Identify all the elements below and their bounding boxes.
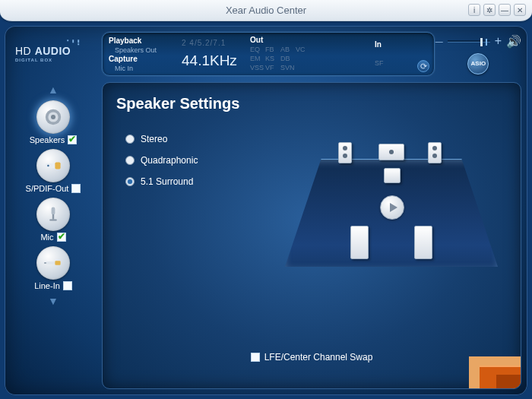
- capture-device: Mic In: [109, 65, 182, 72]
- radio-label: Quadraphonic: [141, 155, 198, 166]
- lfe-checkbox[interactable]: [251, 353, 260, 362]
- in-label: In: [375, 40, 405, 49]
- device-sidebar: ▲ Speakers S/PDIF-Out Mic: [11, 82, 96, 389]
- waves-icon: ⠁⠃⠇: [66, 40, 82, 47]
- linein-icon: [36, 246, 70, 280]
- status-bar: Playback Speakers Out Capture Mic In 2 4…: [102, 32, 521, 76]
- channels: 2 4/5.2/7.1: [182, 39, 250, 47]
- svg-rect-6: [52, 207, 55, 214]
- mic-checkbox[interactable]: [57, 233, 66, 242]
- window-title: Xear Audio Center: [226, 5, 306, 16]
- mic-icon: [36, 198, 70, 231]
- volume-max-icon: +: [495, 34, 502, 48]
- minimize-button[interactable]: —: [499, 4, 511, 16]
- in-fx-grid: SF: [375, 59, 405, 68]
- sidebar-item-label: Speakers: [30, 135, 65, 144]
- radio-label: Stereo: [141, 134, 167, 144]
- window-controls: i ✲ — ✕: [468, 4, 526, 16]
- speaker-front-right[interactable]: [428, 142, 442, 163]
- svg-rect-10: [55, 261, 60, 264]
- volume-min-icon: —: [435, 37, 443, 46]
- speaker-front-left[interactable]: [338, 142, 352, 163]
- svg-rect-7: [52, 214, 54, 220]
- sidebar-item-mic[interactable]: Mic: [36, 198, 70, 242]
- capture-label: Capture: [109, 55, 182, 63]
- svg-rect-8: [49, 220, 57, 221]
- linein-checkbox[interactable]: [63, 281, 72, 290]
- sidebar-item-spdif[interactable]: S/PDIF-Out: [26, 149, 81, 193]
- lfe-label: LFE/Center Channel Swap: [264, 352, 373, 363]
- playback-label: Playback: [109, 36, 182, 45]
- speaker-icon[interactable]: 🔊: [506, 34, 521, 49]
- speaker-sub[interactable]: [384, 168, 401, 183]
- speakers-icon: [36, 100, 70, 134]
- brand-logo: ⠁⠃⠇ HD AUDIO DIGITAL BOX: [11, 32, 96, 76]
- brand-corner-icon: [469, 356, 521, 388]
- app-chrome: ⠁⠃⠇ HD AUDIO DIGITAL BOX Playback Speake…: [5, 26, 527, 395]
- settings-button[interactable]: ✲: [483, 4, 496, 16]
- svg-point-5: [47, 165, 49, 166]
- sidebar-item-linein[interactable]: Line-In: [34, 246, 72, 290]
- speaker-center[interactable]: [378, 144, 404, 160]
- svg-rect-4: [55, 163, 60, 169]
- scroll-up-icon[interactable]: ▲: [48, 84, 59, 96]
- radio-label: 5.1 Surround: [141, 176, 193, 187]
- play-test-button[interactable]: [380, 195, 404, 220]
- scroll-down-icon[interactable]: ▼: [48, 295, 59, 307]
- radio-icon: [125, 177, 135, 186]
- volume-area: — + 🔊 ASIO: [442, 32, 521, 76]
- info-button[interactable]: i: [468, 4, 480, 16]
- volume-slider[interactable]: [448, 40, 490, 43]
- spdif-icon: [36, 149, 70, 182]
- spdif-checkbox[interactable]: [71, 184, 81, 193]
- speaker-diagram: [285, 128, 498, 280]
- sample-rate: 44.1KHz: [182, 52, 250, 69]
- svg-point-2: [51, 115, 55, 119]
- radio-icon: [125, 156, 135, 165]
- speaker-rear-left[interactable]: [350, 226, 369, 259]
- sidebar-item-label: Line-In: [34, 281, 60, 290]
- speakers-checkbox[interactable]: [68, 135, 77, 144]
- speaker-rear-right[interactable]: [414, 226, 432, 259]
- radio-icon: [125, 135, 135, 144]
- refresh-icon[interactable]: ⟳: [417, 60, 429, 72]
- page-title: Speaker Settings: [116, 95, 507, 112]
- logo-subtitle: DIGITAL BOX: [15, 58, 52, 62]
- out-label: Out: [250, 36, 375, 44]
- sidebar-item-speakers[interactable]: Speakers: [30, 100, 77, 144]
- logo-hd: HD: [15, 45, 31, 57]
- titlebar: Xear Audio Center i ✲ — ✕: [0, 0, 532, 21]
- sidebar-item-label: S/PDIF-Out: [26, 184, 69, 193]
- status-lcd: Playback Speakers Out Capture Mic In 2 4…: [102, 32, 435, 76]
- out-fx-grid: EQFBABVC EMKSDB VSSVFSVN: [250, 45, 375, 72]
- asio-button[interactable]: ASIO: [467, 53, 489, 74]
- playback-device: Speakers Out: [109, 46, 182, 54]
- lfe-swap-row[interactable]: LFE/Center Channel Swap: [103, 352, 521, 363]
- svg-rect-11: [44, 262, 46, 264]
- main-panel: Speaker Settings Stereo Quadraphonic 5.1…: [102, 82, 521, 389]
- close-button[interactable]: ✕: [514, 4, 526, 16]
- sidebar-item-label: Mic: [40, 233, 53, 242]
